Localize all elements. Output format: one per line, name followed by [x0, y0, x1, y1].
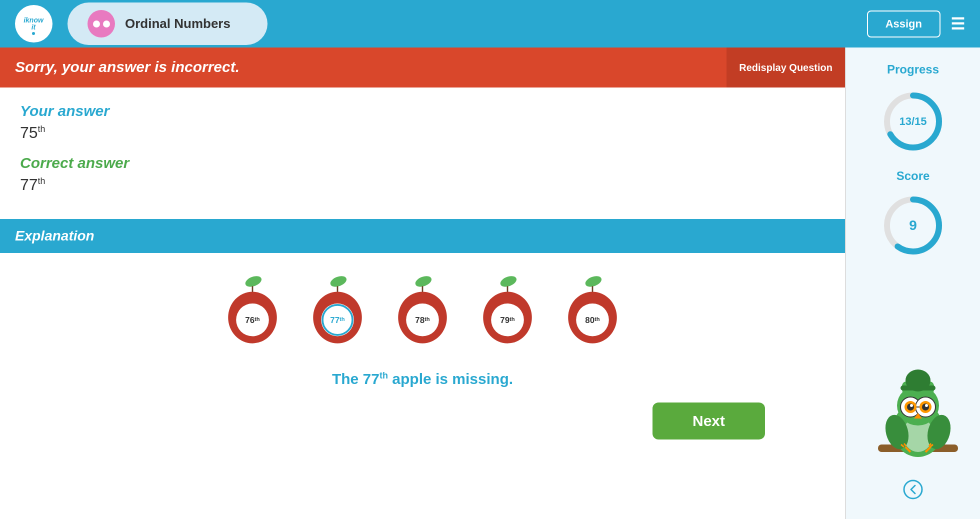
- explanation-text: The 77th apple is missing.: [332, 370, 513, 388]
- svg-point-21: [499, 274, 518, 288]
- topic-icon: [88, 10, 115, 38]
- topic-dots: [93, 20, 110, 28]
- logo-icon: iknow it: [15, 5, 52, 42]
- score-title: Score: [896, 169, 930, 183]
- next-button[interactable]: Next: [652, 402, 765, 440]
- dot-1: [93, 20, 100, 28]
- answers-section: Your answer 75th Correct answer 77th: [0, 88, 845, 219]
- explanation-header: Explanation: [0, 219, 845, 253]
- incorrect-message: Sorry, your answer is incorrect.: [0, 48, 726, 88]
- back-icon[interactable]: [903, 480, 923, 504]
- apples-row: 76th 77th: [218, 273, 628, 348]
- score-label: 9: [909, 218, 917, 234]
- apple-76: 76th: [218, 273, 288, 348]
- svg-text:it: it: [32, 23, 36, 31]
- score-donut: 9: [880, 193, 946, 258]
- header-right: Assign ☰: [867, 10, 965, 38]
- your-answer-value: 75th: [20, 124, 825, 142]
- svg-point-3: [32, 32, 35, 35]
- assign-button[interactable]: Assign: [867, 10, 940, 38]
- dot-2: [103, 20, 110, 28]
- apple-79: 79th: [472, 273, 542, 348]
- main-layout: Sorry, your answer is incorrect. Redispl…: [0, 48, 980, 519]
- redisplay-button[interactable]: Redisplay Question: [726, 48, 845, 88]
- svg-point-26: [584, 274, 603, 288]
- svg-point-16: [414, 274, 433, 288]
- svg-point-52: [910, 404, 913, 407]
- apple-80: 80th: [558, 273, 628, 348]
- hamburger-icon[interactable]: ☰: [950, 14, 965, 34]
- explanation-body: 76th 77th: [0, 253, 845, 454]
- svg-point-53: [925, 404, 928, 407]
- apple-78: 78th: [388, 273, 458, 348]
- correct-answer-value: 77th: [20, 176, 825, 194]
- header: iknow it Ordinal Numbers Assign ☰: [0, 0, 980, 48]
- progress-label: 13/15: [899, 115, 926, 128]
- your-answer-label: Your answer: [20, 102, 825, 120]
- incorrect-banner: Sorry, your answer is incorrect. Redispl…: [0, 48, 845, 88]
- progress-title: Progress: [887, 62, 939, 76]
- topic-title: Ordinal Numbers: [125, 16, 230, 32]
- svg-point-4: [244, 274, 263, 288]
- correct-answer-label: Correct answer: [20, 154, 825, 172]
- content-area: Sorry, your answer is incorrect. Redispl…: [0, 48, 845, 519]
- topic-pill: Ordinal Numbers: [68, 2, 268, 45]
- logo-area: iknow it: [15, 5, 52, 42]
- owl-illustration: [858, 354, 968, 464]
- svg-point-61: [904, 480, 922, 498]
- svg-point-44: [906, 370, 930, 392]
- sidebar: Progress 13/15 Score 9: [845, 48, 980, 519]
- next-btn-wrapper: Next: [20, 388, 825, 440]
- progress-donut: 13/15: [880, 89, 946, 154]
- svg-point-10: [329, 274, 348, 288]
- apple-77: 77th: [302, 273, 372, 348]
